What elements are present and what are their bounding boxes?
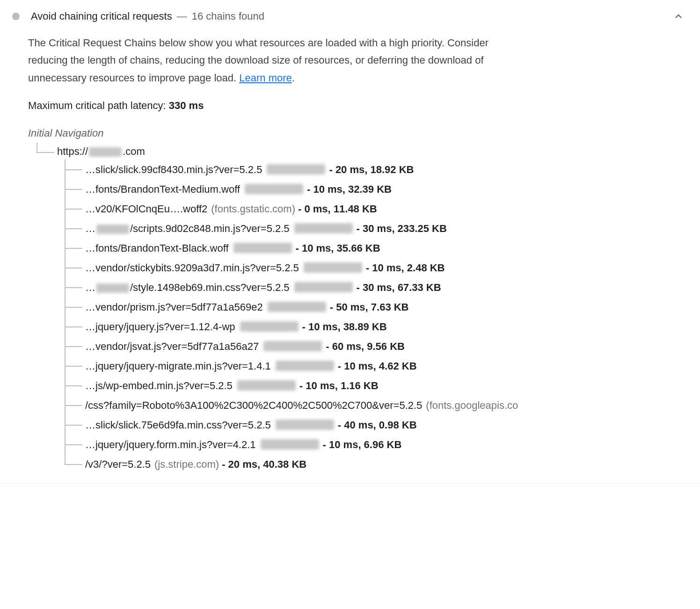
redacted-domain: xxxxxxxxx xyxy=(267,164,325,174)
tree-child-row: …vendor/stickybits.9209a3d7.min.js?ver=5… xyxy=(28,258,694,277)
max-latency: Maximum critical path latency: 330 ms xyxy=(28,98,694,113)
redacted-segment: xxxxx xyxy=(96,225,129,234)
resource-metrics: - 10 ms, 2.48 KB xyxy=(366,260,445,276)
resource-metrics: - 50 ms, 7.63 KB xyxy=(330,299,409,315)
resource-path: …xxxxx/style.1498eb69.min.css?ver=5.2.5 xyxy=(85,280,290,295)
redacted-domain: xxxxxxxxx xyxy=(261,439,319,450)
resource-domain: (js.stripe.com) xyxy=(154,457,219,472)
tree-child-row: …fonts/BrandonText-Medium.woffxxxxxxxxx … xyxy=(28,179,694,199)
description-post: . xyxy=(292,72,295,84)
tree-child-row: …jquery/jquery.js?ver=1.12.4-wpxxxxxxxxx… xyxy=(28,317,694,336)
tree-root-row: https://xxxxx.com xyxy=(28,143,694,160)
tree-child-row: …vendor/jsvat.js?ver=5df77a1a56a27xxxxxx… xyxy=(28,336,694,356)
resource-metrics: - 20 ms, 18.92 KB xyxy=(329,162,414,177)
redacted-segment: xxxxx xyxy=(96,283,129,293)
redacted-domain: xxxxxxxxx xyxy=(268,302,326,312)
redacted-domain: xxxxxxxxx xyxy=(294,282,353,292)
resource-path: …fonts/BrandonText-Black.woff xyxy=(85,240,229,256)
redacted-domain: xxxxxxxxx xyxy=(245,184,303,194)
tree-connector-icon xyxy=(28,376,85,395)
redacted-domain: xxxxxxxxx xyxy=(294,223,353,233)
redacted-domain: xxxxxxxxx xyxy=(237,380,296,391)
resource-metrics: - 0 ms, 11.48 KB xyxy=(298,201,377,217)
tree-child-row: …fonts/BrandonText-Black.woffxxxxxxxxx -… xyxy=(28,238,694,258)
initial-navigation-label: Initial Navigation xyxy=(28,125,694,141)
resource-path: …slick/slick.99cf8430.min.js?ver=5.2.5 xyxy=(85,162,262,177)
tree-connector-icon xyxy=(28,218,85,238)
resource-path: …jquery/jquery-migrate.min.js?ver=1.4.1 xyxy=(85,358,271,374)
redacted-domain: xxxxxxxxx xyxy=(240,321,299,332)
resource-path: …xxxxx/scripts.9d02c848.min.js?ver=5.2.5 xyxy=(85,221,290,236)
title-separator: — xyxy=(177,8,187,24)
resource-metrics: - 40 ms, 0.98 KB xyxy=(338,417,417,433)
audit-panel: Avoid chaining critical requests — 16 ch… xyxy=(0,0,700,484)
resource-metrics: - 30 ms, 233.25 KB xyxy=(357,221,447,236)
tree-connector-icon xyxy=(28,179,85,199)
resource-path: …jquery/jquery.js?ver=1.12.4-wp xyxy=(85,319,235,334)
learn-more-link[interactable]: Learn more xyxy=(239,72,292,84)
tree-child-row: …jquery/jquery.form.min.js?ver=4.2.1xxxx… xyxy=(28,435,694,454)
resource-path: …vendor/prism.js?ver=5df77a1a569e2 xyxy=(85,299,263,315)
resource-metrics: - 10 ms, 38.89 KB xyxy=(302,319,387,334)
tree-children: …slick/slick.99cf8430.min.js?ver=5.2.5xx… xyxy=(28,160,694,474)
audit-header[interactable]: Avoid chaining critical requests — 16 ch… xyxy=(6,7,694,29)
tree-child-row: …xxxxx/scripts.9d02c848.min.js?ver=5.2.5… xyxy=(28,218,694,238)
tree-connector-icon xyxy=(28,277,85,297)
redacted-domain: xxxxx xyxy=(89,147,122,157)
tree-connector-icon xyxy=(28,160,85,179)
resource-path: /v3/?ver=5.2.5 xyxy=(85,457,151,472)
tree-connector-icon xyxy=(28,454,85,474)
tree-connector-icon xyxy=(28,336,85,356)
resource-metrics: - 10 ms, 35.66 KB xyxy=(296,240,380,256)
resource-metrics: - 20 ms, 40.38 KB xyxy=(222,457,306,472)
root-url-suffix: .com xyxy=(123,145,145,157)
resource-metrics: - 60 ms, 9.56 KB xyxy=(326,339,405,354)
resource-metrics: - 30 ms, 67.33 KB xyxy=(357,280,441,295)
tree-connector-icon xyxy=(28,143,57,160)
root-url: https://xxxxx.com xyxy=(57,144,145,159)
resource-path: /css?family=Roboto%3A100%2C300%2C400%2C5… xyxy=(85,398,422,413)
tree-connector-icon xyxy=(28,258,85,277)
request-tree: https://xxxxx.com …slick/slick.99cf8430.… xyxy=(28,143,694,474)
redacted-domain: xxxxxxxxx xyxy=(276,420,334,430)
redacted-domain: xxxxxxxxx xyxy=(263,341,322,351)
tree-connector-icon xyxy=(28,356,85,376)
resource-path: …v20/KFOlCnqEu….woff2 xyxy=(85,201,207,217)
latency-value: 330 ms xyxy=(169,100,204,111)
status-dot-icon xyxy=(12,13,20,20)
resource-path: …vendor/stickybits.9209a3d7.min.js?ver=5… xyxy=(85,260,299,276)
resource-path: …js/wp-embed.min.js?ver=5.2.5 xyxy=(85,378,233,393)
resource-metrics: - 10 ms, 4.62 KB xyxy=(338,358,417,374)
resource-path: …slick/slick.75e6d9fa.min.css?ver=5.2.5 xyxy=(85,417,271,433)
resource-metrics: - 10 ms, 32.39 KB xyxy=(307,181,392,197)
redacted-domain: xxxxxxxxx xyxy=(304,262,362,273)
resource-path: …fonts/BrandonText-Medium.woff xyxy=(85,181,240,197)
tree-child-row: …v20/KFOlCnqEu….woff2(fonts.gstatic.com)… xyxy=(28,199,694,218)
resource-domain: (fonts.googleapis.co xyxy=(426,398,518,413)
tree-child-row: …slick/slick.75e6d9fa.min.css?ver=5.2.5x… xyxy=(28,415,694,435)
resource-metrics: - 10 ms, 6.96 KB xyxy=(323,437,402,452)
tree-child-row: …jquery/jquery-migrate.min.js?ver=1.4.1x… xyxy=(28,356,694,376)
tree-child-row: …xxxxx/style.1498eb69.min.css?ver=5.2.5x… xyxy=(28,277,694,297)
audit-title: Avoid chaining critical requests xyxy=(31,8,172,24)
resource-domain: (fonts.gstatic.com) xyxy=(211,201,295,217)
tree-child-row: …js/wp-embed.min.js?ver=5.2.5xxxxxxxxx -… xyxy=(28,376,694,395)
chevron-up-icon[interactable] xyxy=(673,11,684,22)
audit-description: The Critical Request Chains below show y… xyxy=(28,34,524,87)
redacted-domain: xxxxxxxxx xyxy=(233,243,292,253)
redacted-domain: xxxxxxxxx xyxy=(276,361,334,371)
chains-count: 16 chains found xyxy=(192,8,264,24)
tree-child-row: /css?family=Roboto%3A100%2C300%2C400%2C5… xyxy=(28,395,694,415)
root-url-prefix: https:// xyxy=(57,145,88,157)
tree-child-row: …vendor/prism.js?ver=5df77a1a569e2xxxxxx… xyxy=(28,297,694,317)
tree-connector-icon xyxy=(28,415,85,435)
resource-path: …vendor/jsvat.js?ver=5df77a1a56a27 xyxy=(85,339,259,354)
tree-connector-icon xyxy=(28,317,85,336)
resource-metrics: - 10 ms, 1.16 KB xyxy=(299,378,379,393)
tree-connector-icon xyxy=(28,435,85,454)
latency-label: Maximum critical path latency: xyxy=(28,100,169,111)
tree-connector-icon xyxy=(28,238,85,258)
tree-child-row: …slick/slick.99cf8430.min.js?ver=5.2.5xx… xyxy=(28,160,694,179)
tree-connector-icon xyxy=(28,395,85,415)
tree-connector-icon xyxy=(28,199,85,218)
